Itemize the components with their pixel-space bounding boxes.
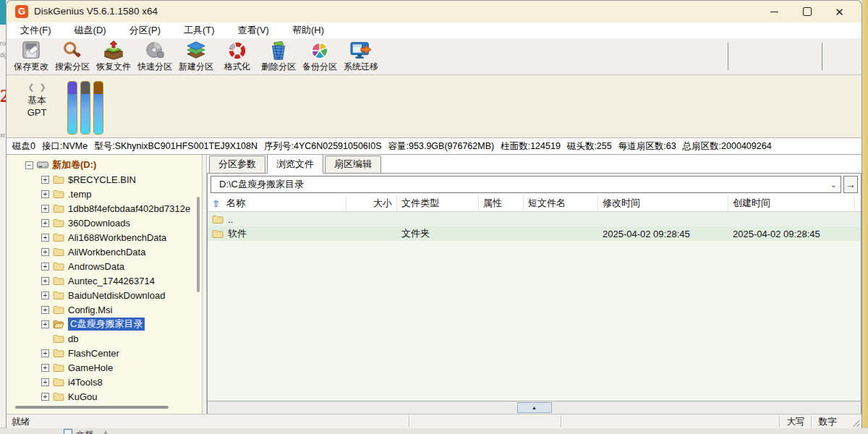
tree-item[interactable]: + AliWorkbenchData (7, 244, 202, 259)
disk-nav-arrows-icon[interactable]: ❮❯ (11, 82, 63, 92)
expander-icon[interactable]: + (41, 263, 49, 271)
menu-item[interactable]: 磁盘(D) (68, 22, 113, 38)
tree-item[interactable]: + .temp (7, 187, 202, 201)
expander-icon[interactable]: + (41, 234, 49, 242)
cell-name: 软件 (208, 226, 346, 241)
expander-icon[interactable]: + (41, 292, 49, 299)
partition-block-small[interactable] (67, 81, 77, 135)
diskgenius-window: G DiskGenius V5.6.1.1580 x64 ✕ 文件(F)磁盘(D… (6, 0, 862, 428)
toolbar-button-format[interactable]: 格式化 (217, 40, 258, 73)
cell-short (524, 226, 598, 241)
tree-item[interactable]: + BaiduNetdiskDownload (7, 288, 202, 302)
partition-graph-panel: ❮❯ 基本 GPT 本地磁盘(C:)NTFS223.1GB新加卷(D:)NTFS… (7, 75, 861, 138)
column-header[interactable]: 短文件名 (524, 195, 598, 211)
table-row[interactable]: 软件文件夹2025-04-02 09:28:452025-04-02 09:28… (208, 226, 861, 241)
cell-size (346, 212, 397, 226)
status-cell (562, 414, 779, 428)
toolbar-button-quick[interactable]: 快速分区 (135, 40, 175, 73)
expander-icon[interactable]: + (41, 176, 49, 184)
column-header[interactable]: 大小 (346, 195, 397, 211)
partition-block-small[interactable] (80, 81, 90, 135)
tree-item[interactable]: + GameHole (7, 360, 202, 375)
column-header-label: 大小 (373, 197, 392, 210)
sort-up-icon: ⇧ (212, 198, 220, 209)
tab[interactable]: 扇区编辑 (325, 156, 381, 173)
go-button[interactable]: → (843, 176, 858, 193)
tree-item[interactable]: + Auntec_1744263714 (7, 273, 202, 288)
expander-icon[interactable]: + (41, 306, 49, 314)
table-rows: ..软件文件夹2025-04-02 09:28:452025-04-02 09:… (208, 212, 861, 241)
menu-item[interactable]: 帮助(H) (286, 22, 331, 38)
toolbar: 保存更改 搜索分区 恢复文件 快速分区 新建分区 格式化 删除分区 备份分区 系… (7, 38, 861, 75)
tree-item[interactable]: + 360Downloads (7, 216, 202, 230)
menu-item[interactable]: 工具(T) (177, 22, 221, 38)
folder-icon (212, 229, 224, 239)
tree-item-selected[interactable]: + C盘瘦身搬家目录 (7, 317, 202, 331)
tree-item-icon (53, 305, 64, 315)
expander-icon[interactable]: + (41, 378, 49, 386)
toolbar-button-recover[interactable]: 恢复文件 (93, 40, 134, 73)
tree-item-label: AndrowsData (68, 261, 124, 272)
tree-item[interactable]: + Ali1688WorkbenchData (7, 230, 202, 244)
toolbar-button-delete[interactable]: 删除分区 (258, 40, 299, 73)
minimize-button[interactable] (758, 1, 791, 22)
toolbar-button-new[interactable]: 新建分区 (176, 40, 216, 73)
collapse-panel-button[interactable]: ▲ (517, 402, 552, 413)
chevron-down-icon[interactable]: ⌄ (830, 180, 837, 190)
tree-item-icon (53, 174, 64, 184)
tree-item[interactable]: db (7, 331, 202, 346)
expander-icon[interactable]: + (41, 364, 49, 372)
resize-grip[interactable] (843, 414, 861, 428)
cell-created: 2025-04-02 09:28:45 (728, 226, 855, 241)
expander-icon[interactable]: + (41, 190, 49, 198)
expander-icon[interactable]: + (41, 320, 49, 328)
partition-scheme: GPT (11, 106, 63, 119)
partition-block-small[interactable] (93, 81, 103, 135)
quick-icon (142, 40, 167, 61)
column-header[interactable]: ⇧名称 (208, 195, 346, 211)
tree-item-icon (53, 189, 64, 199)
column-header[interactable]: 修改时间 (598, 195, 728, 211)
expander-icon[interactable]: + (41, 393, 49, 401)
new-icon (184, 40, 208, 61)
expander-icon[interactable]: + (41, 219, 49, 227)
tree-item[interactable]: + 1dbb8f4efcbdaaf402bd7312e (7, 201, 202, 216)
menu-item[interactable]: 查看(V) (231, 22, 276, 38)
cell-size (346, 226, 397, 241)
expander-icon[interactable]: + (41, 277, 49, 285)
tree-item-label: FlashCenter (68, 348, 119, 359)
column-header[interactable]: 创建时间 (728, 195, 855, 211)
tree-item[interactable]: + AndrowsData (7, 259, 202, 273)
expander-icon[interactable]: − (25, 161, 33, 169)
expander-icon[interactable]: + (41, 349, 49, 357)
tree-horizontal-scrollbar[interactable] (15, 406, 169, 409)
background-window-bottom-sliver[interactable]: 文档▲ (0, 427, 868, 434)
tree-item[interactable]: + i4Tools8 (7, 375, 202, 389)
folder-tree: − 新加卷(D:) + $RECYCLE.BIN + .temp + 1dbb8… (7, 155, 202, 402)
maximize-button[interactable] (791, 1, 823, 22)
column-header[interactable]: 属性 (479, 195, 524, 211)
tab-active[interactable]: 浏览文件 (267, 155, 323, 174)
toolbar-button-migrate[interactable]: 系统迁移 (341, 40, 381, 73)
tree-item[interactable]: + Config.Msi (7, 302, 202, 317)
toolbar-button-save[interactable]: 保存更改 (11, 40, 51, 73)
path-combobox[interactable]: D:\C盘瘦身搬家目录 ⌄ (210, 176, 841, 193)
tree-item[interactable]: − 新加卷(D:) (7, 158, 202, 172)
file-list-empty-area (208, 241, 861, 401)
close-button[interactable]: ✕ (823, 1, 856, 22)
expander-icon[interactable]: + (41, 248, 49, 256)
column-header[interactable]: 文件类型 (397, 195, 479, 211)
menu-item[interactable]: 分区(P) (123, 22, 167, 38)
tab[interactable]: 分区参数 (209, 156, 265, 173)
toolbar-button-search[interactable]: 搜索分区 (52, 40, 93, 73)
disk-nav[interactable]: ❮❯ 基本 GPT (11, 82, 63, 119)
tree-item[interactable]: + FlashCenter (7, 346, 202, 360)
tree-item-label: Config.Msi (68, 305, 112, 315)
expander-icon[interactable]: + (41, 205, 49, 213)
tree-item[interactable]: + KuGou (7, 389, 202, 402)
tree-vertical-scrollbar[interactable] (197, 197, 200, 292)
menu-item[interactable]: 文件(F) (14, 22, 58, 38)
toolbar-button-backup[interactable]: 备份分区 (299, 40, 340, 73)
tree-item[interactable]: + $RECYCLE.BIN (7, 172, 202, 187)
table-row[interactable]: .. (208, 212, 861, 226)
